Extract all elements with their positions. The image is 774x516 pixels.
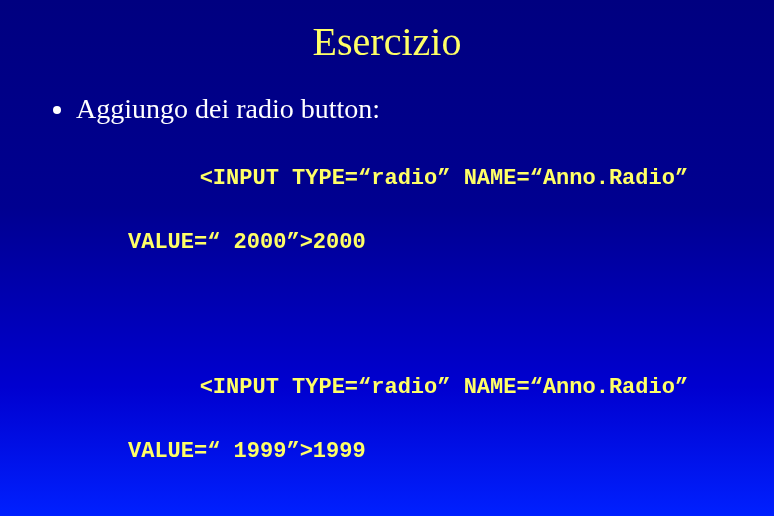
code-line: <INPUT TYPE=“radio” NAME=“Anno.Radio”	[200, 166, 688, 191]
code-line: VALUE=“ 1999”>1999	[128, 436, 734, 468]
slide: Esercizio Aggiungo dei radio button: <IN…	[0, 0, 774, 516]
code-block: <INPUT TYPE=“radio” NAME=“Anno.Radio” VA…	[94, 340, 734, 516]
slide-title: Esercizio	[40, 18, 734, 65]
bullet-text: Aggiungo dei radio button:	[76, 93, 380, 124]
code-line: <INPUT TYPE=“radio” NAME=“Anno.Radio”	[200, 375, 688, 400]
bullet-list: Aggiungo dei radio button: <INPUT TYPE=“…	[40, 93, 734, 516]
bullet-item: Aggiungo dei radio button: <INPUT TYPE=“…	[76, 93, 734, 516]
code-block: <INPUT TYPE=“radio” NAME=“Anno.Radio” VA…	[94, 131, 734, 322]
code-line: VALUE=“ 2000”>2000	[128, 227, 734, 259]
